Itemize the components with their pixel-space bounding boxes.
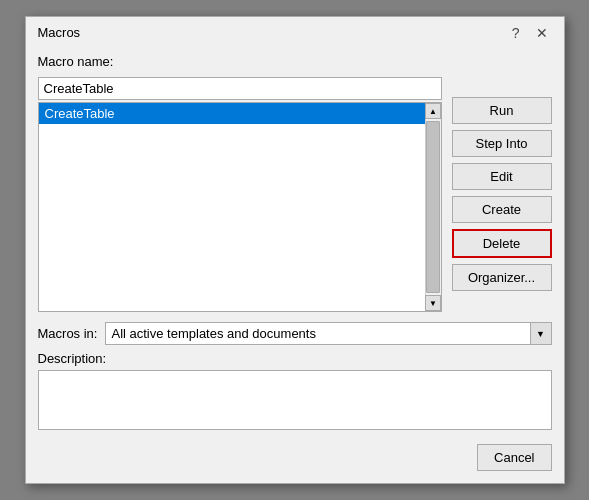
create-button[interactable]: Create: [452, 196, 552, 223]
macro-name-input[interactable]: [38, 77, 442, 100]
scrollbar-down-arrow[interactable]: ▼: [425, 295, 441, 311]
scrollbar-track: ▲ ▼: [425, 103, 441, 311]
macros-in-row: Macros in: All active templates and docu…: [38, 322, 552, 345]
delete-button[interactable]: Delete: [452, 229, 552, 258]
main-row: CreateTable ▲ ▼ Run Step Into Edit Creat…: [38, 77, 552, 312]
macro-list[interactable]: CreateTable: [39, 103, 441, 311]
help-button[interactable]: ?: [508, 26, 524, 40]
title-bar: Macros ? ✕: [26, 17, 564, 44]
macro-list-wrapper: CreateTable ▲ ▼: [38, 102, 442, 312]
left-panel: CreateTable ▲ ▼: [38, 77, 442, 312]
macros-in-select[interactable]: All active templates and documents: [105, 322, 551, 345]
scrollbar-thumb[interactable]: [426, 121, 440, 293]
macros-dialog: Macros ? ✕ Macro name: CreateTable ▲ ▼: [25, 16, 565, 484]
description-label: Description:: [38, 351, 552, 366]
cancel-button[interactable]: Cancel: [477, 444, 551, 471]
list-item[interactable]: CreateTable: [39, 103, 425, 124]
scrollbar-up-arrow[interactable]: ▲: [425, 103, 441, 119]
run-button[interactable]: Run: [452, 97, 552, 124]
description-textarea[interactable]: [38, 370, 552, 430]
macros-in-select-wrapper: All active templates and documents ▼: [105, 322, 551, 345]
organizer-button[interactable]: Organizer...: [452, 264, 552, 291]
close-button[interactable]: ✕: [532, 26, 552, 40]
bottom-section: Macros in: All active templates and docu…: [38, 322, 552, 430]
title-bar-controls: ? ✕: [508, 26, 552, 40]
right-panel: Run Step Into Edit Create Delete Organiz…: [452, 77, 552, 291]
macros-in-label: Macros in:: [38, 326, 98, 341]
macro-name-label: Macro name:: [38, 54, 552, 69]
dialog-title: Macros: [38, 25, 81, 40]
step-into-button[interactable]: Step Into: [452, 130, 552, 157]
dialog-body: Macro name: CreateTable ▲ ▼ Ru: [26, 44, 564, 483]
edit-button[interactable]: Edit: [452, 163, 552, 190]
footer-row: Cancel: [38, 444, 552, 471]
